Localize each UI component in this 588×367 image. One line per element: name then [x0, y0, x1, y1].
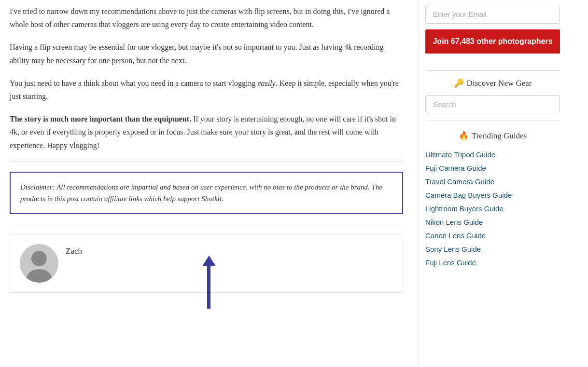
trending-label: Trending Guides: [472, 131, 527, 141]
trending-link[interactable]: Nikon Lens Guide: [425, 218, 483, 226]
paragraph-3: You just need to have a think about what…: [10, 77, 403, 103]
list-item: Canon Lens Guide: [425, 229, 560, 243]
bold-text: The story is much more important than th…: [10, 115, 191, 123]
divider-1: [10, 162, 403, 162]
list-item: Fuji Lens Guide: [425, 256, 560, 270]
avatar-svg: [20, 244, 58, 283]
trending-header: 🔥 Trending Guides: [425, 131, 560, 141]
sidebar: Join 67,483 other photographers 🔑 Discov…: [418, 0, 567, 367]
search-input[interactable]: [425, 95, 560, 113]
join-button[interactable]: Join 67,483 other photographers: [425, 29, 560, 54]
arrow-shaft: [207, 266, 210, 309]
trending-link[interactable]: Travel Camera Guide: [425, 177, 494, 186]
list-item: Travel Camera Guide: [425, 175, 560, 189]
trending-link[interactable]: Camera Bag Buyers Guide: [425, 191, 512, 199]
list-item: Lightroom Buyers Guide: [425, 202, 560, 216]
trending-link[interactable]: Fuji Camera Guide: [425, 164, 486, 172]
paragraph-4: The story is much more important than th…: [10, 112, 403, 152]
trending-link[interactable]: Fuji Lens Guide: [425, 258, 476, 267]
paragraph-1: I've tried to narrow down my recommendat…: [10, 5, 403, 31]
discover-gear-heading: 🔑 Discover New Gear: [425, 78, 560, 88]
arrow-head: [202, 256, 216, 266]
sidebar-divider-1: [425, 70, 560, 71]
main-content: I've tried to narrow down my recommendat…: [0, 0, 418, 367]
discover-gear-label: Discover New Gear: [467, 79, 532, 88]
list-item: Ultimate Tripod Guide: [425, 148, 560, 162]
list-item: Fuji Camera Guide: [425, 162, 560, 175]
divider-2: [10, 224, 403, 224]
trending-links-list: Ultimate Tripod GuideFuji Camera GuideTr…: [425, 148, 560, 270]
italic-word: easily: [257, 79, 275, 87]
trending-section: 🔥 Trending Guides Ultimate Tripod GuideF…: [425, 131, 560, 270]
comment-author-name: Zach: [66, 244, 82, 256]
paragraph-2: Having a flip screen may be essential fo…: [10, 41, 403, 67]
disclaimer-text: Disclaimer: All recommendations are impa…: [20, 181, 392, 204]
fire-icon: 🔥: [459, 131, 469, 141]
svg-point-1: [31, 251, 47, 266]
list-item: Sony Lens Guide: [425, 243, 560, 256]
trending-link[interactable]: Lightroom Buyers Guide: [425, 204, 504, 213]
list-item: Camera Bag Buyers Guide: [425, 189, 560, 202]
trending-link[interactable]: Canon Lens Guide: [425, 231, 486, 240]
trending-link[interactable]: Ultimate Tripod Guide: [425, 150, 495, 159]
sidebar-divider-2: [425, 121, 560, 121]
avatar: [20, 244, 58, 283]
key-icon: 🔑: [454, 78, 464, 88]
email-input[interactable]: [425, 5, 560, 24]
list-item: Nikon Lens Guide: [425, 216, 560, 229]
disclaimer-box: Disclaimer: All recommendations are impa…: [10, 172, 403, 214]
up-arrow-decoration: [207, 256, 211, 309]
trending-link[interactable]: Sony Lens Guide: [425, 245, 481, 253]
